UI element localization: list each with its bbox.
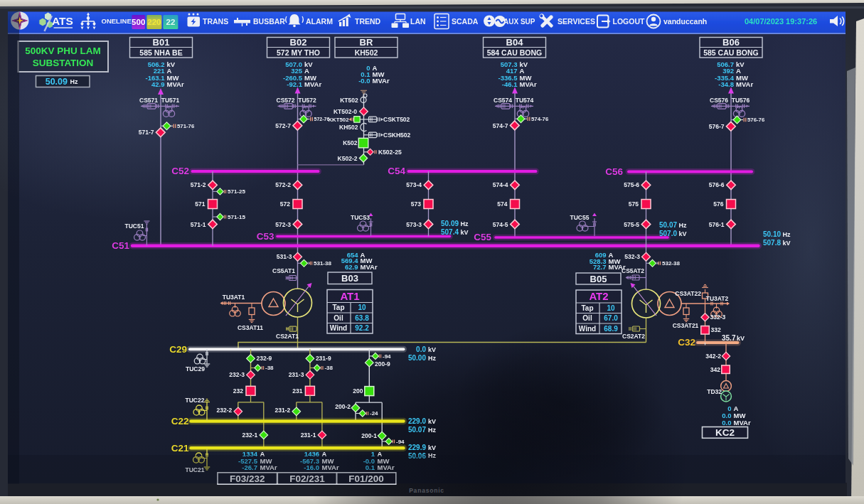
svg-text:584 CAU BONG: 584 CAU BONG [487, 48, 543, 57]
svg-text:573-4: 573-4 [406, 181, 422, 188]
svg-text:-38: -38 [324, 365, 333, 371]
svg-text:MVAr: MVAr [361, 263, 378, 271]
svg-text:571-15: 571-15 [228, 214, 245, 220]
svg-text:10: 10 [607, 304, 615, 312]
svg-text:BR: BR [360, 37, 373, 48]
svg-text:K502: K502 [343, 139, 358, 146]
svg-text:C52: C52 [171, 166, 189, 176]
svg-text:KT502: KT502 [340, 97, 358, 104]
svg-text:576: 576 [713, 200, 723, 208]
svg-text:ONELINE: ONELINE [102, 17, 132, 25]
svg-text:Oil: Oil [334, 314, 343, 322]
svg-text:-34.8: -34.8 [718, 80, 734, 88]
svg-text:BUSBAR: BUSBAR [253, 17, 285, 26]
svg-text:C55: C55 [474, 232, 491, 242]
svg-text:200-2: 200-2 [335, 403, 351, 410]
svg-text:-38: -38 [265, 365, 274, 371]
svg-text:72.7: 72.7 [593, 263, 607, 271]
svg-text:LAN: LAN [410, 17, 426, 26]
svg-text:MVAr: MVAr [520, 80, 537, 88]
svg-text:KH502: KH502 [355, 48, 378, 57]
svg-text:200-9: 200-9 [375, 360, 390, 368]
svg-text:MVAr: MVAr [167, 80, 184, 88]
svg-text:TUC55: TUC55 [570, 214, 590, 221]
svg-text:574: 574 [497, 200, 507, 208]
svg-text:Hz: Hz [428, 355, 436, 362]
svg-text:-46.1: -46.1 [502, 80, 518, 88]
svg-text:62.9: 62.9 [345, 263, 358, 271]
svg-text:CS3AT11: CS3AT11 [238, 324, 263, 331]
svg-text:Tap: Tap [332, 304, 344, 311]
svg-text:229.9: 229.9 [408, 444, 426, 451]
svg-text:kV: kV [428, 346, 436, 353]
svg-text:-94: -94 [383, 353, 391, 360]
svg-text:332-3: 332-3 [710, 313, 726, 321]
svg-text:K502-2: K502-2 [338, 155, 358, 162]
svg-text:CS3AT21: CS3AT21 [673, 322, 699, 329]
svg-text:TU571: TU571 [161, 97, 180, 104]
svg-text:572: 572 [280, 200, 290, 208]
svg-text:Hz: Hz [428, 427, 436, 434]
svg-text:574-76: 574-76 [531, 116, 549, 122]
svg-text:332: 332 [711, 326, 721, 333]
svg-text:B03: B03 [341, 273, 358, 284]
svg-text:-24: -24 [370, 410, 378, 417]
svg-text:CSKT502: CSKT502 [383, 116, 410, 123]
svg-text:507.0: 507.0 [659, 230, 677, 237]
svg-text:04/07/2023 19:37:26: 04/07/2023 19:37:26 [745, 17, 817, 26]
svg-text:KKT502: KKT502 [328, 117, 349, 123]
svg-text:B04: B04 [506, 37, 524, 48]
svg-text:KC2: KC2 [715, 427, 735, 438]
svg-text:Hz: Hz [783, 231, 791, 238]
svg-text:CS572: CS572 [277, 97, 295, 104]
svg-text:50.07: 50.07 [659, 221, 677, 229]
svg-text:Wind: Wind [330, 324, 347, 332]
svg-text:-92.1: -92.1 [287, 80, 302, 88]
svg-text:232-2: 232-2 [217, 407, 233, 414]
svg-text:231-9: 231-9 [316, 355, 331, 362]
svg-text:MVAr: MVAr [734, 419, 751, 427]
svg-text:0.0: 0.0 [416, 345, 426, 353]
svg-text:63.8: 63.8 [355, 314, 369, 322]
svg-text:574-7: 574-7 [493, 122, 508, 129]
svg-text:229.0: 229.0 [408, 417, 426, 425]
svg-text:MVAr: MVAr [736, 80, 753, 88]
svg-text:CS5AT1: CS5AT1 [272, 267, 295, 274]
svg-text:572-3: 572-3 [275, 221, 291, 228]
svg-text:500KV PHU LAM: 500KV PHU LAM [25, 45, 101, 56]
svg-text:TUC53: TUC53 [351, 214, 370, 221]
svg-text:C56: C56 [605, 166, 623, 177]
svg-text:571-2: 571-2 [191, 181, 206, 188]
svg-text:MVAr: MVAr [373, 77, 390, 85]
svg-text:507.8: 507.8 [763, 239, 781, 247]
svg-text:573-3: 573-3 [406, 221, 422, 228]
svg-text:C29: C29 [169, 344, 187, 355]
svg-text:22: 22 [166, 18, 176, 26]
svg-text:C22: C22 [171, 416, 189, 427]
svg-text:SCADA: SCADA [452, 17, 479, 26]
svg-text:574-4: 574-4 [493, 181, 508, 188]
svg-text:571-1: 571-1 [191, 221, 206, 228]
svg-text:585 NHA BE: 585 NHA BE [139, 48, 182, 57]
svg-text:Hz: Hz [679, 222, 687, 229]
svg-text:50.09: 50.09 [441, 220, 459, 227]
svg-text:232-3: 232-3 [229, 371, 245, 378]
svg-text:kV: kV [428, 418, 436, 425]
svg-text:574-5: 574-5 [493, 221, 508, 228]
svg-text:576-1: 576-1 [709, 221, 725, 228]
svg-text:576-7: 576-7 [709, 123, 725, 130]
svg-text:232-1: 232-1 [242, 431, 258, 439]
svg-text:Hz: Hz [70, 78, 78, 85]
svg-text:532-3: 532-3 [624, 253, 640, 260]
svg-text:507.4: 507.4 [441, 228, 459, 236]
svg-text:MVAr: MVAr [304, 80, 321, 88]
svg-text:-0.0: -0.0 [358, 77, 370, 85]
svg-text:CS571: CS571 [139, 97, 158, 104]
svg-text:42.9: 42.9 [151, 80, 165, 88]
svg-text:573: 573 [411, 200, 421, 208]
svg-text:AUX SUP: AUX SUP [503, 18, 535, 26]
svg-text:50.10: 50.10 [763, 230, 781, 238]
svg-text:342-2: 342-2 [705, 353, 721, 360]
svg-text:KH502: KH502 [339, 124, 358, 131]
svg-text:585 CAU BONG: 585 CAU BONG [703, 48, 759, 57]
